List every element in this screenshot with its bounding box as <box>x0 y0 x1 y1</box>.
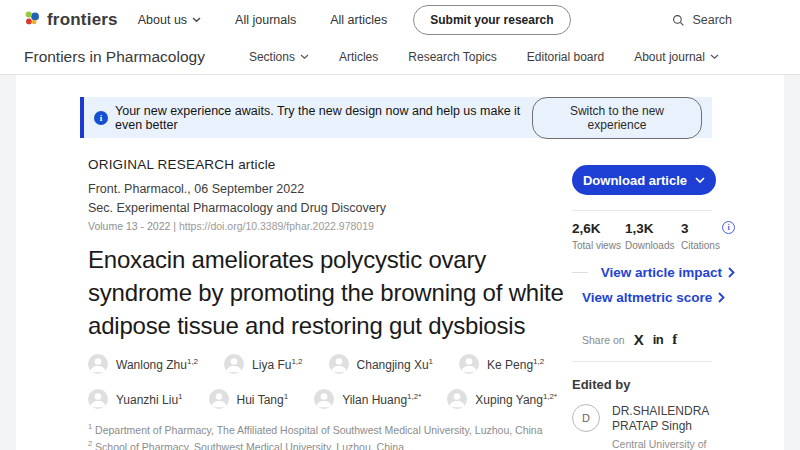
author-link[interactable]: Wanlong Zhu1,2 <box>88 354 198 374</box>
view-article-impact-link[interactable]: View article impact <box>601 265 735 280</box>
author-avatar-icon <box>459 354 479 374</box>
article-type-label: ORIGINAL RESEARCH article <box>88 157 386 172</box>
nav-sections[interactable]: Sections <box>249 50 309 64</box>
new-experience-banner: i Your new experience awaits. Try the ne… <box>80 97 712 138</box>
editor-card: D DR.SHAILENDRA PRATAP Singh Central Uni… <box>572 404 735 450</box>
linkedin-icon[interactable]: in <box>653 333 664 346</box>
journal-header: Frontiers in Pharmacology Sections Artic… <box>0 40 800 75</box>
author-link[interactable]: Yilan Huang1,2* <box>314 389 421 409</box>
logo-wordmark: frontiers <box>47 10 118 30</box>
author-link[interactable]: Yuanzhi Liu1 <box>88 389 183 409</box>
metrics-info-icon[interactable]: i <box>722 221 735 234</box>
divider <box>572 210 712 211</box>
search-control[interactable]: Search <box>672 0 732 40</box>
author-avatar-icon <box>224 354 244 374</box>
article-metrics: 2,6K Total views 1,3K Downloads 3 Citati… <box>572 221 735 251</box>
author-link[interactable]: Hui Tang1 <box>209 389 289 409</box>
author-name: Wanlong Zhu1,2 <box>116 357 198 372</box>
author-link[interactable]: Xuping Yang1,2* <box>447 389 557 409</box>
editor-avatar: D <box>572 404 600 432</box>
author-name: Xuping Yang1,2* <box>475 392 557 407</box>
info-icon: i <box>94 111 108 125</box>
article-sidebar: Download article 2,6K Total views 1,3K D… <box>572 165 735 450</box>
download-article-button[interactable]: Download article <box>572 165 716 195</box>
frontiers-logo-icon <box>24 10 41 31</box>
divider <box>572 361 712 362</box>
edited-by-label: Edited by <box>572 377 735 392</box>
author-link[interactable]: Changjing Xu1 <box>329 354 434 374</box>
top-header: frontiers About us All journals All arti… <box>0 0 800 40</box>
author-name: Yuanzhi Liu1 <box>116 392 183 407</box>
chevron-down-icon <box>192 17 201 23</box>
metric-citations: 3 Citations <box>681 221 721 251</box>
switch-experience-button[interactable]: Switch to the new experience <box>532 97 702 139</box>
author-avatar-icon <box>447 389 467 409</box>
editor-affiliation: Central University of Rajasthan, India <box>612 437 716 450</box>
article-section: Sec. Experimental Pharmacology and Drug … <box>88 201 386 215</box>
metric-total-views: 2,6K Total views <box>572 221 625 251</box>
chevron-right-icon <box>718 292 725 303</box>
x-twitter-icon[interactable]: X <box>634 332 644 347</box>
search-label: Search <box>692 13 732 27</box>
journal-nav: Sections Articles Research Topics Editor… <box>249 50 719 64</box>
frontiers-logo[interactable]: frontiers <box>24 10 118 31</box>
chevron-right-icon <box>728 267 735 278</box>
banner-message: Your new experience awaits. Try the new … <box>115 104 532 132</box>
authors-row-2: Yuanzhi Liu1 Hui Tang1 Yilan Huang1,2* X… <box>88 389 557 409</box>
nav-all-articles[interactable]: All articles <box>330 13 387 27</box>
affiliation-line: 1 Department of Pharmacy, The Affiliated… <box>88 420 543 437</box>
editor-name-link[interactable]: DR.SHAILENDRA PRATAP Singh <box>612 404 716 434</box>
share-label: Share on <box>582 334 625 346</box>
chevron-down-icon <box>300 54 309 60</box>
author-name: Liya Fu1,2 <box>252 357 302 372</box>
article-impact-row: View article impact <box>572 265 735 280</box>
article-title: Enoxacin ameliorates polycystic ovary sy… <box>88 243 566 342</box>
metric-downloads: 1,3K Downloads <box>625 221 681 251</box>
volume-label: Volume 13 - 2022 | <box>88 220 179 232</box>
author-name: Yilan Huang1,2* <box>342 392 421 407</box>
author-link[interactable]: Liya Fu1,2 <box>224 354 302 374</box>
nav-research-topics[interactable]: Research Topics <box>408 50 497 64</box>
nav-editorial-board[interactable]: Editorial board <box>527 50 604 64</box>
author-avatar-icon <box>88 354 108 374</box>
author-avatar-icon <box>329 354 349 374</box>
author-avatar-icon <box>314 389 334 409</box>
journal-title-link[interactable]: Frontiers in Pharmacology <box>24 48 205 66</box>
author-name: Changjing Xu1 <box>357 357 434 372</box>
share-row: Share on X in f <box>572 332 735 347</box>
author-avatar-icon <box>88 389 108 409</box>
nav-about-journal[interactable]: About journal <box>634 50 719 64</box>
submit-research-button[interactable]: Submit your research <box>413 5 570 35</box>
doi-link[interactable]: https://doi.org/10.3389/fphar.2022.97801… <box>179 220 374 232</box>
divider <box>572 272 588 273</box>
article-citation: Front. Pharmacol., 06 September 2022 <box>88 182 386 196</box>
editor-details: DR.SHAILENDRA PRATAP Singh Central Unive… <box>612 404 716 450</box>
frontiers-article-page: frontiers About us All journals All arti… <box>0 0 800 450</box>
author-avatar-icon <box>209 389 229 409</box>
authors-row-1: Wanlong Zhu1,2 Liya Fu1,2 Changjing Xu1 … <box>88 354 544 374</box>
author-name: Ke Peng1,2 <box>487 357 544 372</box>
top-nav: About us All journals All articles <box>138 13 387 27</box>
altmetric-row: View altmetric score <box>572 290 735 305</box>
nav-all-journals[interactable]: All journals <box>235 13 296 27</box>
chevron-down-icon <box>695 177 705 184</box>
author-link[interactable]: Ke Peng1,2 <box>459 354 544 374</box>
nav-about-us[interactable]: About us <box>138 13 201 27</box>
article-volume-doi: Volume 13 - 2022 | https://doi.org/10.33… <box>88 220 386 232</box>
chevron-down-icon <box>710 54 719 60</box>
author-name: Hui Tang1 <box>237 392 289 407</box>
facebook-icon[interactable]: f <box>672 332 677 347</box>
search-icon <box>672 14 685 27</box>
affiliation-line: 2 School of Pharmacy, Southwest Medical … <box>88 437 543 450</box>
article-meta: ORIGINAL RESEARCH article Front. Pharmac… <box>88 157 386 232</box>
nav-articles[interactable]: Articles <box>339 50 378 64</box>
view-altmetric-score-link[interactable]: View altmetric score <box>582 290 735 305</box>
affiliations: 1 Department of Pharmacy, The Affiliated… <box>88 420 543 450</box>
